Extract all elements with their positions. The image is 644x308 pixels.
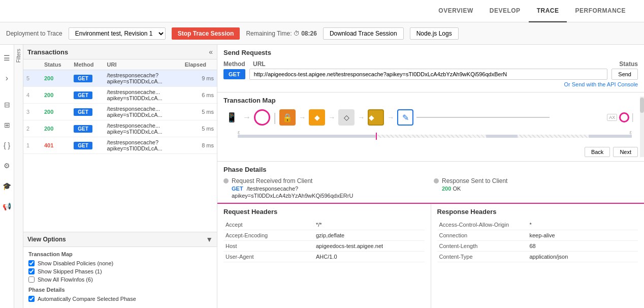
response-status-text: OK	[453, 186, 461, 192]
method-get-button[interactable]: GET	[74, 108, 92, 116]
send-method-button[interactable]: GET	[223, 69, 245, 79]
table-row[interactable]: 5 200 GET /testresponsecache?apikey=sTI0…	[23, 70, 217, 87]
row-num: 5	[23, 70, 41, 87]
show-skipped-checkbox[interactable]	[28, 268, 35, 274]
row-elapsed: 5 ms	[182, 120, 217, 137]
nodejs-logs-button[interactable]: Node.js Logs	[410, 27, 459, 40]
header-key: Connection	[437, 230, 528, 241]
method-get-button[interactable]: GET	[74, 91, 92, 99]
stop-session-button[interactable]: Stop Trace Session	[172, 27, 240, 40]
sidebar-code-icon[interactable]: { }	[0, 136, 16, 155]
sidebar-api-icon[interactable]: ⊞	[0, 116, 16, 134]
flow-arrow-right: →	[243, 113, 251, 122]
auto-compare-checkbox[interactable]	[28, 296, 35, 302]
sidebar-settings-icon[interactable]: ⚙	[0, 157, 16, 175]
flow-pink-circle	[254, 109, 270, 126]
show-disabled-checkbox-item[interactable]: Show Disabled Policies (none)	[28, 260, 212, 266]
sidebar-learn-icon[interactable]: 🎓	[0, 177, 16, 195]
method-get-button[interactable]: GET	[74, 125, 92, 133]
method-get-button[interactable]: GET	[74, 75, 92, 82]
sidebar-expand-icon[interactable]: ›	[0, 69, 16, 87]
header-key: Host	[223, 241, 314, 252]
nav-trace[interactable]: TRACE	[529, 0, 567, 22]
table-row[interactable]: 1 401 GET /testresponsecache?apikey=sTI0…	[23, 137, 217, 154]
request-headers-title: Request Headers	[223, 208, 425, 215]
row-method: GET	[71, 70, 104, 87]
view-options-body: Transaction Map Show Disabled Policies (…	[23, 247, 217, 308]
remaining-time-label: Remaining Time: ⏱ 08:26	[246, 30, 316, 37]
url-column-label: URL	[253, 60, 603, 68]
header-key: Accept	[223, 220, 314, 230]
collapse-transactions-button[interactable]: «	[209, 48, 213, 56]
header-value: AHC/1.0	[314, 252, 425, 262]
header-value: application/json	[527, 252, 638, 262]
send-button[interactable]: Send	[611, 69, 638, 80]
sidebar-home-icon[interactable]: ⊟	[0, 96, 16, 114]
show-all-flowinfos-checkbox-item[interactable]: Show All FlowInfos (6)	[28, 276, 212, 283]
col-elapsed: Elapsed	[182, 59, 217, 70]
header-value: apigeedocs-test.apigee.net	[314, 241, 425, 252]
row-num: 4	[23, 87, 41, 104]
header-key: Accept-Encoding	[223, 230, 314, 241]
col-status	[23, 59, 41, 70]
flow-routing-policy-icon[interactable]: ◆	[309, 109, 325, 126]
download-session-button[interactable]: Download Trace Session	[323, 27, 404, 40]
row-elapsed: 5 ms	[182, 104, 217, 120]
env-select[interactable]: Environment test, Revision 1	[69, 27, 166, 40]
auto-compare-checkbox-item[interactable]: Automatically Compare Selected Phase	[28, 296, 212, 302]
auto-compare-label: Automatically Compare Selected Phase	[38, 296, 136, 302]
row-uri: /testresponsecache...apikey=sTI0DDxLcA..…	[104, 120, 182, 137]
flow-security-policy-icon[interactable]: 🔒	[279, 109, 296, 126]
header-row: Accept-Encoding gzip,deflate	[223, 230, 425, 241]
show-all-flowinfos-checkbox[interactable]	[28, 276, 35, 283]
row-num: 3	[23, 104, 41, 120]
response-headers-title: Response Headers	[437, 208, 638, 215]
nav-performance[interactable]: PERFORMANCE	[567, 0, 634, 22]
sidebar-menu-icon[interactable]: ☰	[0, 49, 16, 67]
back-button[interactable]: Back	[585, 147, 610, 157]
show-skipped-checkbox-item[interactable]: Show Skipped Phases (1)	[28, 268, 212, 274]
header-row: Connection keep-alive	[437, 230, 638, 241]
row-method: GET	[71, 87, 104, 104]
table-row[interactable]: 4 200 GET /testresponsecache...apikey=sT…	[23, 87, 217, 104]
row-uri: /testresponsecache...apikey=sTI0DDxLcA..…	[104, 87, 182, 104]
filters-label[interactable]: Filters	[15, 45, 22, 67]
view-options-title: View Options	[27, 236, 66, 243]
nav-develop[interactable]: DEVELOP	[481, 0, 529, 22]
table-row[interactable]: 2 200 GET /testresponsecache...apikey=sT…	[23, 120, 217, 137]
header-row: Host apigeedocs-test.apigee.net	[223, 241, 425, 252]
flow-gray-diamond-icon[interactable]: ◇	[338, 109, 355, 126]
row-status: 200	[41, 120, 71, 137]
show-disabled-checkbox[interactable]	[28, 260, 35, 266]
row-uri: /testresponsecache?apikey=sTI0DDxLcA...	[104, 70, 182, 87]
request-phase-heading: Request Received from Client	[232, 177, 312, 184]
row-elapsed: 8 ms	[182, 137, 217, 154]
phase-details-title: Phase Details	[223, 166, 638, 173]
show-all-flowinfos-label: Show All FlowInfos (6)	[38, 276, 93, 283]
header-value: 68	[527, 241, 638, 252]
sidebar-announce-icon[interactable]: 📢	[0, 197, 16, 215]
method-get-button[interactable]: GET	[74, 142, 92, 149]
row-uri: /testresponsecache...apikey=sTI0DDxLcA..…	[104, 104, 182, 120]
header-row: Content-Type application/json	[437, 252, 638, 262]
response-phase-dot	[434, 178, 439, 183]
header-key: Content-Type	[437, 252, 528, 262]
flow-cache-policy-icon[interactable]: ◆	[368, 109, 384, 126]
table-row[interactable]: 3 200 GET /testresponsecache...apikey=sT…	[23, 104, 217, 120]
flow-arrow-3: →	[328, 113, 335, 121]
show-skipped-label: Show Skipped Phases (1)	[38, 268, 102, 274]
url-input[interactable]	[249, 69, 608, 80]
show-disabled-label: Show Disabled Policies (none)	[38, 260, 113, 266]
header-value: *	[527, 220, 638, 230]
view-options-header[interactable]: View Options ▼	[23, 232, 217, 247]
header-key: Content-Length	[437, 241, 528, 252]
flow-edit-icon[interactable]: ✎	[397, 109, 413, 126]
header-key: Access-Control-Allow-Origin	[437, 220, 528, 230]
next-button[interactable]: Next	[613, 147, 638, 157]
header-key: User-Agent	[223, 252, 314, 262]
transaction-map-section-label: Transaction Map	[28, 251, 212, 257]
nav-overview[interactable]: OVERVIEW	[430, 0, 481, 22]
header-value: gzip,deflate	[314, 230, 425, 241]
col-status-label: Status	[41, 59, 71, 70]
or-send-api-link[interactable]: Or Send with the API Console	[564, 81, 638, 87]
